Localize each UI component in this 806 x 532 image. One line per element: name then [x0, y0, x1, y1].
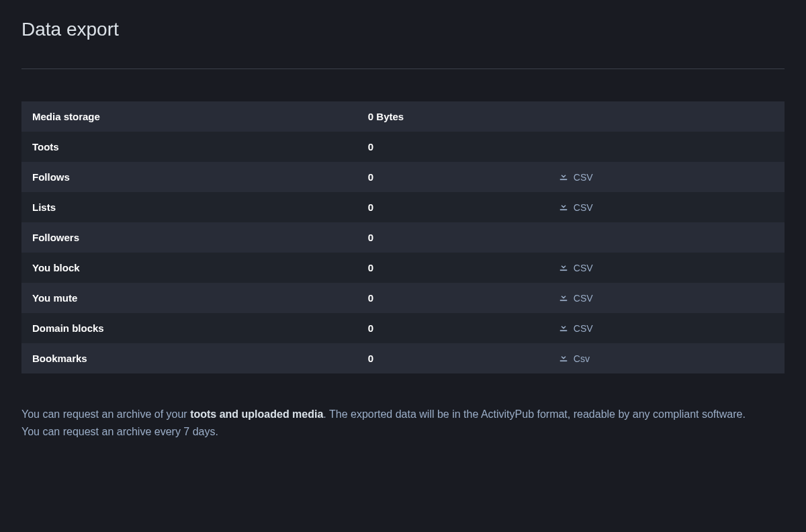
- csv-download-link[interactable]: CSV: [559, 202, 593, 213]
- download-icon: [559, 262, 568, 273]
- row-value: 0: [357, 222, 548, 253]
- table-row: Toots0: [21, 132, 785, 162]
- row-value: 0 Bytes: [357, 101, 548, 132]
- csv-download-link[interactable]: CSV: [559, 292, 593, 304]
- info-prefix: You can request an archive of your: [21, 408, 190, 420]
- row-action: Csv: [548, 343, 785, 373]
- csv-link-label: CSV: [574, 263, 593, 273]
- row-label: Domain blocks: [21, 313, 357, 343]
- csv-download-link[interactable]: CSV: [559, 171, 593, 183]
- divider: [21, 69, 785, 69]
- download-icon: [559, 292, 568, 304]
- csv-link-label: CSV: [574, 323, 593, 334]
- row-label: Lists: [21, 192, 357, 222]
- csv-link-label: CSV: [574, 293, 593, 304]
- row-label: You mute: [21, 283, 357, 313]
- csv-download-link[interactable]: Csv: [559, 353, 590, 364]
- row-value: 0: [357, 343, 548, 373]
- table-row: You mute0CSV: [21, 283, 785, 313]
- table-row: Followers0: [21, 222, 785, 253]
- download-icon: [559, 353, 568, 364]
- row-action: CSV: [548, 313, 785, 343]
- row-action: CSV: [548, 283, 785, 313]
- row-label: Bookmarks: [21, 343, 357, 373]
- download-icon: [559, 171, 568, 183]
- info-bold: toots and uploaded media: [190, 408, 323, 420]
- row-action: CSV: [548, 192, 785, 222]
- row-action: [548, 222, 785, 253]
- row-value: 0: [357, 313, 548, 343]
- row-action: CSV: [548, 253, 785, 283]
- archive-info-text: You can request an archive of your toots…: [21, 406, 760, 440]
- row-label: You block: [21, 253, 357, 283]
- table-row: Lists0CSV: [21, 192, 785, 222]
- row-value: 0: [357, 162, 548, 192]
- row-label: Toots: [21, 132, 357, 162]
- csv-link-label: CSV: [574, 202, 593, 213]
- table-row: Bookmarks0Csv: [21, 343, 785, 373]
- table-row: Follows0CSV: [21, 162, 785, 192]
- row-label: Followers: [21, 222, 357, 253]
- download-icon: [559, 322, 568, 334]
- csv-link-label: Csv: [574, 353, 590, 364]
- table-row: Domain blocks0CSV: [21, 313, 785, 343]
- row-action: [548, 101, 785, 132]
- row-action: [548, 132, 785, 162]
- export-table: Media storage0 BytesToots0Follows0CSVLis…: [21, 101, 785, 373]
- row-label: Follows: [21, 162, 357, 192]
- download-icon: [559, 202, 568, 213]
- row-value: 0: [357, 192, 548, 222]
- row-value: 0: [357, 132, 548, 162]
- table-row: You block0CSV: [21, 253, 785, 283]
- csv-download-link[interactable]: CSV: [559, 322, 593, 334]
- row-value: 0: [357, 283, 548, 313]
- row-value: 0: [357, 253, 548, 283]
- csv-link-label: CSV: [574, 172, 593, 183]
- row-label: Media storage: [21, 101, 357, 132]
- csv-download-link[interactable]: CSV: [559, 262, 593, 273]
- table-row: Media storage0 Bytes: [21, 101, 785, 132]
- page-title: Data export: [21, 19, 785, 40]
- row-action: CSV: [548, 162, 785, 192]
